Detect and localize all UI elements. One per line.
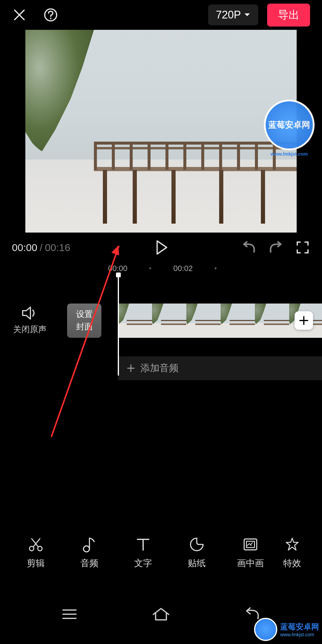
clip-frame	[118, 304, 152, 338]
mute-original-sound[interactable]: 关闭原声	[0, 306, 60, 335]
nav-home[interactable]	[149, 605, 173, 623]
watermark-title: 蓝莓安卓网	[268, 120, 310, 130]
add-audio-label: 添加音频	[140, 362, 179, 375]
current-time: 00:00	[12, 242, 37, 253]
ruler-dot	[215, 267, 216, 269]
play-icon	[156, 240, 168, 255]
header-right-group: 720P 导出	[208, 4, 310, 27]
time-display: 00:00 / 00:16	[12, 242, 70, 253]
tool-label: 剪辑	[27, 557, 45, 569]
tool-label: 特效	[283, 557, 301, 569]
redo-icon	[268, 241, 283, 254]
play-button[interactable]	[153, 239, 171, 256]
speaker-icon	[21, 306, 38, 320]
effects-icon	[285, 537, 300, 552]
plus-icon	[299, 315, 309, 326]
text-icon	[136, 537, 151, 552]
pip-icon	[243, 537, 258, 552]
scissors-icon	[28, 536, 43, 552]
watermark-text-group: 蓝莓安卓网 www.lmkjst.com	[280, 622, 319, 637]
export-button[interactable]: 导出	[267, 4, 310, 27]
playback-right-group	[242, 240, 310, 255]
watermark-title: 蓝莓安卓网	[280, 622, 319, 632]
undo-button[interactable]	[242, 240, 256, 255]
watermark-circle: 蓝莓安卓网	[264, 100, 315, 150]
close-button[interactable]	[12, 7, 27, 22]
watermark-footer: 蓝莓安卓网 www.lmkjst.com	[254, 618, 319, 641]
ruler-mark: 00:02	[173, 264, 193, 273]
undo-icon	[242, 241, 256, 254]
clip-frame	[152, 304, 186, 338]
total-time: 00:16	[45, 242, 70, 253]
ruler-dot	[149, 267, 151, 269]
nav-recents[interactable]	[58, 605, 81, 623]
help-icon	[44, 8, 58, 22]
timeline-area[interactable]: 00:00 00:02 关闭原声 设置 封面 添加音频	[0, 261, 322, 505]
preview-tree	[25, 30, 94, 158]
cover-label-line1: 设置	[76, 309, 93, 320]
svg-point-4	[83, 546, 89, 552]
tool-audio[interactable]: 音频	[63, 537, 116, 569]
bottom-toolbar: 剪辑 音频 文字 贴纸 画中画 特效	[0, 528, 322, 578]
tool-label: 贴纸	[188, 557, 206, 569]
add-clip-button[interactable]	[295, 311, 313, 330]
header-left-group	[12, 7, 58, 22]
home-icon	[151, 607, 171, 622]
watermark-small-circle	[254, 618, 277, 641]
mute-label: 关闭原声	[13, 324, 47, 335]
watermark-url: www.lmkjst.com	[271, 151, 308, 157]
timeline-ruler: 00:00 00:02	[0, 261, 322, 276]
resolution-label: 720P	[216, 9, 241, 21]
fullscreen-icon	[296, 241, 309, 254]
resolution-selector[interactable]: 720P	[208, 4, 258, 25]
clip-frame	[255, 304, 289, 338]
tool-pip[interactable]: 画中画	[224, 537, 277, 569]
tool-label: 文字	[134, 557, 152, 569]
video-preview[interactable]	[25, 30, 297, 233]
add-audio-track[interactable]: 添加音频	[118, 356, 322, 380]
tool-label: 音频	[80, 557, 98, 569]
watermark-badge: 蓝莓安卓网 www.lmkjst.com	[256, 95, 322, 161]
chevron-down-icon	[244, 13, 250, 17]
tool-label: 画中画	[237, 557, 264, 569]
editor-header: 720P 导出	[0, 0, 322, 30]
export-label: 导出	[278, 9, 299, 21]
music-note-icon	[82, 536, 97, 552]
tool-effects[interactable]: 特效	[277, 537, 307, 569]
plus-icon	[127, 364, 135, 372]
redo-button[interactable]	[268, 240, 283, 255]
playhead[interactable]	[118, 274, 119, 376]
clip-frame	[186, 304, 221, 338]
svg-point-1	[50, 18, 52, 19]
tool-text[interactable]: 文字	[116, 537, 170, 569]
video-track-row: 关闭原声 设置 封面	[0, 291, 322, 350]
tool-sticker[interactable]: 贴纸	[170, 537, 224, 569]
help-button[interactable]	[43, 7, 58, 22]
time-separator: /	[40, 242, 42, 253]
tool-edit[interactable]: 剪辑	[9, 537, 63, 569]
fullscreen-button[interactable]	[295, 240, 310, 255]
video-clip-strip[interactable]	[118, 304, 322, 338]
playback-bar: 00:00 / 00:16	[0, 234, 322, 261]
menu-icon	[61, 608, 78, 620]
sticker-icon	[189, 537, 204, 552]
clip-frame	[221, 304, 255, 338]
close-icon	[13, 8, 26, 21]
watermark-url: www.lmkjst.com	[280, 632, 319, 637]
